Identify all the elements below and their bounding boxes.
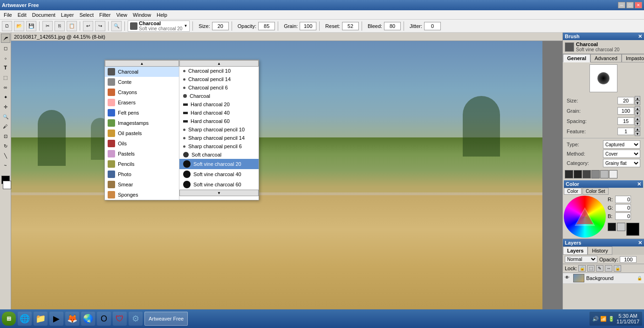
type-select[interactable]: Captured: [603, 140, 640, 149]
category-charcoal[interactable]: Charcoal: [105, 67, 179, 77]
minimize-button[interactable]: ─: [618, 2, 625, 8]
swatch-gray-med[interactable]: [591, 170, 600, 178]
final-color-swatch[interactable]: [626, 223, 639, 236]
tab-general[interactable]: General: [563, 54, 590, 62]
tool-text[interactable]: T: [1, 63, 10, 72]
category-photo[interactable]: Photo: [105, 169, 179, 179]
opacity-layers-input[interactable]: [620, 256, 637, 263]
taskbar-steam-icon[interactable]: ⚙: [129, 312, 143, 326]
brush-dropdown[interactable]: ▲ Charcoal Conte Crayons Erasers: [104, 60, 259, 200]
tool-zoom[interactable]: 🔍: [1, 112, 10, 121]
swatch-gray-dark[interactable]: [582, 170, 591, 178]
blend-mode-select[interactable]: Normal: [565, 256, 597, 263]
tab-color[interactable]: Color: [564, 188, 582, 195]
start-button[interactable]: ⊞: [2, 312, 16, 326]
lock-btn-1[interactable]: 🔒: [578, 265, 586, 272]
background-color[interactable]: [3, 181, 11, 189]
swatch-dark[interactable]: [574, 170, 582, 178]
brush-charcoal[interactable]: Charcoal: [179, 92, 259, 100]
maximize-button[interactable]: □: [626, 2, 634, 8]
zoom-button[interactable]: 🔍: [111, 21, 122, 31]
taskbar-ie-icon[interactable]: 🌐: [18, 312, 32, 326]
grain-prop-input[interactable]: [617, 107, 634, 115]
menu-window[interactable]: Window: [130, 11, 154, 19]
tool-crop[interactable]: ⊡: [1, 131, 10, 141]
layer-background-row[interactable]: 👁 Background 🔒: [563, 273, 644, 284]
brush-sharp-charcoal-pencil-14[interactable]: Sharp charcoal pencil 14: [179, 134, 259, 142]
brush-hard-charcoal-40[interactable]: Hard charcoal 40: [179, 109, 259, 117]
tool-selection[interactable]: ⬚: [1, 73, 10, 82]
brush-soft-vine-charcoal-20[interactable]: Soft vine charcoal 20: [179, 159, 259, 169]
opacity-input[interactable]: [258, 22, 275, 30]
tool-smear[interactable]: ~: [1, 161, 10, 170]
size-prop-input[interactable]: [617, 97, 634, 104]
layer-visibility-icon[interactable]: 👁: [565, 275, 571, 281]
spacing-spin-down[interactable]: ▼: [635, 121, 640, 126]
tool-lasso[interactable]: ∞: [1, 82, 10, 92]
bleed-input[interactable]: [384, 22, 401, 30]
size-spin-down[interactable]: ▼: [635, 101, 640, 105]
tool-magic-wand[interactable]: ✦: [1, 92, 10, 102]
r-input[interactable]: [615, 196, 631, 203]
tool-brush[interactable]: [1, 34, 10, 43]
tab-color-set[interactable]: Color Set: [582, 188, 609, 195]
category-select[interactable]: Grainy flat: [603, 159, 640, 167]
menu-edit[interactable]: Edit: [15, 11, 29, 19]
size-input[interactable]: [212, 22, 229, 30]
redo-button[interactable]: ↪: [95, 21, 105, 31]
category-pastels[interactable]: Pastels: [105, 149, 179, 159]
category-oils[interactable]: Oils: [105, 138, 179, 149]
category-conte[interactable]: Conte: [105, 77, 179, 87]
grain-spin-down[interactable]: ▼: [635, 111, 640, 116]
brush-hard-charcoal-20[interactable]: Hard charcoal 20: [179, 100, 259, 109]
menu-layer[interactable]: Layer: [58, 11, 77, 19]
taskbar-media-icon[interactable]: ▶: [49, 312, 63, 326]
brush-soft-vine-charcoal-40[interactable]: Soft vine charcoal 40: [179, 169, 259, 179]
brush-sharp-charcoal-pencil-6[interactable]: Sharp charcoal pencil 6: [179, 142, 259, 150]
category-erasers[interactable]: Erasers: [105, 97, 179, 108]
layers-panel-close[interactable]: ✕: [638, 240, 642, 246]
scroll-up-left[interactable]: ▲: [105, 60, 179, 67]
bg-swatch[interactable]: [617, 223, 625, 231]
b-input[interactable]: [615, 212, 631, 220]
category-oil-pastels[interactable]: Oil pastels: [105, 128, 179, 138]
reset-input[interactable]: [342, 22, 359, 30]
category-pencils[interactable]: Pencils: [105, 159, 179, 169]
grain-spin-up[interactable]: ▲: [635, 106, 640, 111]
open-button[interactable]: 📂: [14, 21, 24, 31]
color-wheel-wrap[interactable]: [564, 196, 606, 238]
brush-charcoal-pencil-10[interactable]: Charcoal pencil 10: [179, 67, 259, 75]
tool-rotate[interactable]: ↻: [1, 141, 10, 150]
category-imagestamps[interactable]: Imagestamps: [105, 118, 179, 128]
grain-input[interactable]: [300, 22, 316, 30]
taskbar-chrome-icon[interactable]: 🌏: [81, 312, 95, 326]
menu-help[interactable]: Help: [154, 11, 170, 19]
jitter-input[interactable]: [424, 22, 441, 30]
save-button[interactable]: 💾: [26, 21, 36, 31]
scroll-down-right[interactable]: ▼: [179, 190, 259, 196]
lock-btn-2[interactable]: ⬚: [587, 265, 595, 272]
tool-line[interactable]: ╲: [1, 151, 10, 160]
taskbar-mcafee-icon[interactable]: 🛡: [113, 312, 127, 326]
scroll-up-right[interactable]: ▲: [179, 60, 259, 67]
swatch-gray-light[interactable]: [600, 170, 609, 178]
brush-panel-close[interactable]: ✕: [638, 34, 642, 40]
copy-button[interactable]: ⎘: [55, 21, 65, 31]
tab-advanced[interactable]: Advanced: [590, 54, 622, 62]
swatch-white[interactable]: [609, 170, 617, 178]
brush-sharp-charcoal-pencil-10[interactable]: Sharp charcoal pencil 10: [179, 125, 259, 134]
feature-prop-input[interactable]: [617, 128, 634, 135]
lock-btn-4[interactable]: ↔: [605, 265, 612, 272]
new-button[interactable]: 🗋: [2, 21, 12, 31]
spacing-prop-input[interactable]: [617, 117, 634, 125]
brush-soft-charcoal[interactable]: Soft charcoal: [179, 150, 259, 159]
category-felt-pens[interactable]: Felt pens: [105, 108, 179, 118]
g-input[interactable]: [615, 204, 631, 212]
brush-soft-vine-charcoal-60[interactable]: Soft vine charcoal 60: [179, 179, 259, 190]
brush-selector[interactable]: Charcoal Soft vine charcoal 20 ▼: [128, 20, 190, 32]
lock-btn-3[interactable]: ✎: [596, 265, 603, 272]
brush-charcoal-pencil-14[interactable]: Charcoal pencil 14: [179, 75, 259, 83]
method-select[interactable]: Cover: [603, 150, 640, 158]
tool-move[interactable]: ✛: [1, 102, 10, 111]
taskbar-firefox-icon[interactable]: 🦊: [65, 312, 79, 326]
